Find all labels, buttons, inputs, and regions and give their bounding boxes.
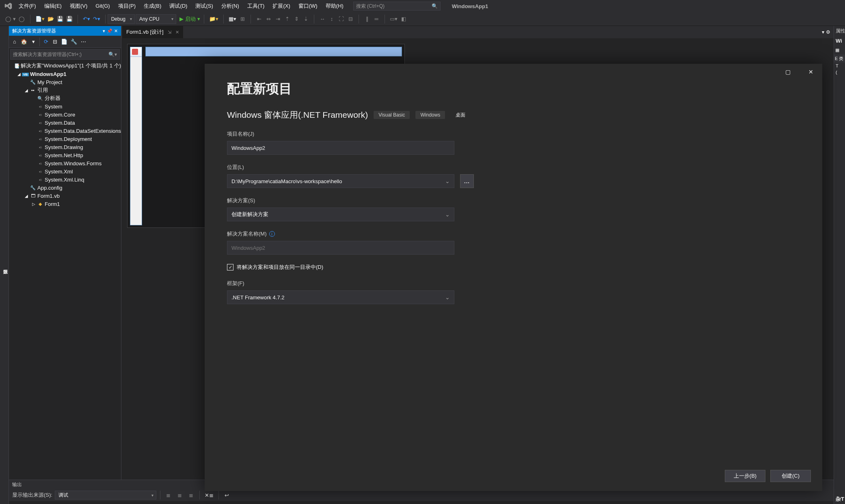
panel-dropdown-icon[interactable]: ▾ xyxy=(103,28,105,34)
menu-build[interactable]: 生成(B) xyxy=(140,0,165,12)
dialog-maximize-icon[interactable]: ▢ xyxy=(782,67,794,77)
align-center-icon[interactable]: ⇔ xyxy=(264,14,273,24)
refresh-icon[interactable]: ⟳ xyxy=(42,37,50,46)
form-selection-handle[interactable] xyxy=(145,47,402,56)
global-search[interactable]: 搜索 (Ctrl+Q) 🔍 xyxy=(353,2,441,11)
expand-icon[interactable]: ▷ xyxy=(31,202,37,206)
property-category[interactable]: E 类 xyxy=(834,54,845,63)
tree-references[interactable]: ◢ ▪▪ 引用 xyxy=(9,86,121,94)
tree-solution-root[interactable]: 📑 解决方案"WindowsApp1"(1 个项目/共 1 个) xyxy=(9,62,121,70)
categorize-icon[interactable]: ▦ xyxy=(835,48,839,53)
dialog-close-icon[interactable]: ✕ xyxy=(805,67,817,77)
editor-tab-form1[interactable]: Form1.vb [设计] ⇲ ✕ xyxy=(122,26,183,38)
project-name-input[interactable] xyxy=(227,141,454,155)
panel-close-icon[interactable]: ✕ xyxy=(114,28,118,34)
menu-file[interactable]: 文件(F) xyxy=(15,0,40,12)
tree-ref-item[interactable]: System.Windows.Forms xyxy=(9,159,121,167)
menu-git[interactable]: Git(G) xyxy=(91,0,114,12)
tree-project[interactable]: ◢ VB WindowsApp1 xyxy=(9,70,121,78)
solution-dropdown[interactable]: 创建新解决方案 xyxy=(227,208,454,221)
layout-icon[interactable]: ▦▾ xyxy=(227,14,238,24)
size-both-icon[interactable]: ⛶ xyxy=(337,14,346,24)
align-right-icon[interactable]: ⇥ xyxy=(273,14,282,24)
solution-name-input[interactable] xyxy=(227,241,454,255)
menu-view[interactable]: 视图(V) xyxy=(66,0,91,12)
browse-location-button[interactable]: ... xyxy=(460,174,474,188)
show-all-icon[interactable]: 📄 xyxy=(60,37,69,46)
new-item-button[interactable]: 📄▾ xyxy=(34,14,46,24)
output-icon[interactable]: ≣ xyxy=(187,490,196,500)
nav-back-button[interactable]: ◯ ▾ xyxy=(4,14,17,24)
menu-test[interactable]: 测试(S) xyxy=(191,0,217,12)
tree-ref-item[interactable]: System.Xml xyxy=(9,167,121,175)
menu-analyze[interactable]: 分析(N) xyxy=(217,0,243,12)
menu-debug[interactable]: 调试(D) xyxy=(165,0,191,12)
configuration-dropdown[interactable]: Debug xyxy=(108,14,135,24)
tree-form1[interactable]: ▷◆Form1 xyxy=(9,200,121,208)
nav-forward-button[interactable]: ◯ xyxy=(17,14,26,24)
menu-help[interactable]: 帮助(H) xyxy=(322,0,348,12)
tree-appconfig[interactable]: 🔧App.config xyxy=(9,184,121,192)
collapse-icon[interactable]: ◢ xyxy=(24,194,29,198)
spacing-icon[interactable]: ⊟ xyxy=(346,14,355,24)
size-width-icon[interactable]: ↔ xyxy=(318,14,327,24)
undo-button[interactable]: ↶▾ xyxy=(82,14,91,24)
close-icon[interactable]: ✕ xyxy=(175,30,179,35)
location-dropdown[interactable]: D:\MyPrograme\catiaMacro\vs-workspace\he… xyxy=(227,174,454,188)
output-wrap-icon[interactable]: ↩ xyxy=(223,490,231,500)
switch-icon[interactable]: ▾ xyxy=(29,37,37,46)
tree-ref-item[interactable]: System xyxy=(9,102,121,110)
order-icon[interactable]: ▭▾ xyxy=(389,14,399,24)
start-debug-button[interactable]: ▶ 启动 ▾ xyxy=(177,14,202,24)
tree-ref-item[interactable]: System.Data xyxy=(9,119,121,127)
framework-dropdown[interactable]: .NET Framework 4.7.2 xyxy=(227,290,454,304)
pin-icon[interactable]: ⇲ xyxy=(168,30,171,35)
save-all-button[interactable]: 💾 xyxy=(65,14,74,24)
create-button[interactable]: 创建(C) xyxy=(770,470,811,482)
tree-my-project[interactable]: 🔧 My Project xyxy=(9,78,121,86)
menu-window[interactable]: 窗口(W) xyxy=(294,0,322,12)
toolbox-rail[interactable]: 数据源 xyxy=(0,26,9,504)
tree-ref-item[interactable]: System.Deployment xyxy=(9,135,121,143)
property-row[interactable]: T xyxy=(834,63,845,69)
redo-button[interactable]: ↷▾ xyxy=(92,14,102,24)
solution-search[interactable]: 搜索解决方案资源管理器(Ctrl+;) 🔍▾ xyxy=(10,49,120,60)
more-icon[interactable]: ⋯ xyxy=(79,37,87,46)
property-row[interactable]: ( xyxy=(834,69,845,76)
hspacing-icon[interactable]: ‖ xyxy=(363,14,372,24)
align-grid-icon[interactable]: ⊞ xyxy=(238,14,247,24)
output-clear-icon[interactable]: ✕≣ xyxy=(203,490,215,500)
menu-project[interactable]: 项目(P) xyxy=(114,0,140,12)
info-icon[interactable]: i xyxy=(269,231,275,237)
tree-ref-item[interactable]: 🔍分析器 xyxy=(9,94,121,102)
editor-dropdown-icon[interactable]: ▾ xyxy=(822,29,824,35)
menu-tools[interactable]: 工具(T) xyxy=(243,0,269,12)
toolbar-icon[interactable]: 📁▾ xyxy=(208,14,220,24)
align-bottom-icon[interactable]: ⇣ xyxy=(301,14,310,24)
panel-pin-icon[interactable]: 📌 xyxy=(107,28,112,34)
collapse-icon[interactable]: ◢ xyxy=(24,88,29,93)
align-middle-icon[interactable]: ⇕ xyxy=(292,14,301,24)
output-source-dropdown[interactable]: 调试 xyxy=(55,491,156,500)
tree-form1vb[interactable]: ◢🗔Form1.vb xyxy=(9,192,121,200)
collapse-icon[interactable]: ⊟ xyxy=(51,37,59,46)
tree-ref-item[interactable]: System.Data.DataSetExtensions xyxy=(9,127,121,135)
properties-icon[interactable]: 🔧 xyxy=(69,37,78,46)
size-height-icon[interactable]: ↕ xyxy=(327,14,336,24)
sync-icon[interactable]: 🏠 xyxy=(19,37,28,46)
tree-ref-item[interactable]: System.Xml.Linq xyxy=(9,175,121,184)
align-left-icon[interactable]: ⇤ xyxy=(255,14,264,24)
platform-dropdown[interactable]: Any CPU xyxy=(136,14,176,24)
tree-ref-item[interactable]: System.Net.Http xyxy=(9,151,121,159)
home-icon[interactable]: ⌂ xyxy=(11,37,19,46)
save-button[interactable]: 💾 xyxy=(56,14,65,24)
menu-edit[interactable]: 编辑(E) xyxy=(40,0,66,12)
same-directory-checkbox[interactable]: ✓ xyxy=(227,264,233,270)
designed-form[interactable] xyxy=(130,47,142,225)
menu-extensions[interactable]: 扩展(X) xyxy=(268,0,294,12)
vspacing-icon[interactable]: ═ xyxy=(372,14,381,24)
editor-gear-icon[interactable]: ⚙ xyxy=(826,29,830,35)
collapse-icon[interactable]: ◢ xyxy=(16,72,22,76)
align-top-icon[interactable]: ⇡ xyxy=(283,14,292,24)
tree-ref-item[interactable]: System.Drawing xyxy=(9,143,121,151)
